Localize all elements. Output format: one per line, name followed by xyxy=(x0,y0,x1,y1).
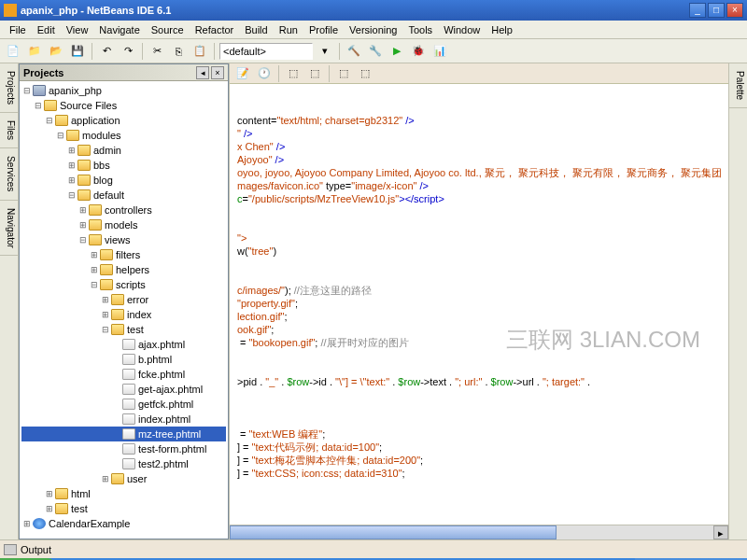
debug-button[interactable]: 🐞 xyxy=(409,42,428,61)
left-sidebar-tabs: ProjectsFilesServicesNavigator xyxy=(0,63,19,539)
menu-window[interactable]: Window xyxy=(438,22,486,37)
toolbar: 📄 📁 📂 💾 ↶ ↷ ✂ ⎘ 📋 <default> ▾ 🔨 🔧 ▶ 🐞 📊 xyxy=(0,39,747,63)
history-button[interactable]: 🕐 xyxy=(255,64,274,83)
window-title: apanix_php - NetBeans IDE 6.1 xyxy=(21,5,687,16)
side-tab-palette[interactable]: Palette xyxy=(729,63,747,108)
tree-node[interactable]: ⊞blog xyxy=(21,173,226,188)
tree-node[interactable]: ⊞models xyxy=(21,217,226,232)
menu-versioning[interactable]: Versioning xyxy=(344,22,402,37)
project-tree[interactable]: ⊟apanix_php⊟Source Files⊟application⊟mod… xyxy=(20,81,228,539)
menu-help[interactable]: Help xyxy=(486,22,518,37)
tree-node[interactable]: ⊟modules xyxy=(21,128,226,143)
tree-node[interactable]: ⊞admin xyxy=(21,143,226,158)
tree-node[interactable]: ⊞index xyxy=(21,307,226,322)
tree-node[interactable]: ⊟scripts xyxy=(21,277,226,292)
editor-toolbar: 📝 🕐 ⬚ ⬚ ⬚ ⬚ xyxy=(230,63,728,84)
output-label: Output xyxy=(21,544,51,555)
main-area: ProjectsFilesServicesNavigator Projects … xyxy=(0,63,747,539)
save-all-button[interactable]: 💾 xyxy=(68,42,87,61)
open-button[interactable]: 📂 xyxy=(47,42,65,61)
menu-file[interactable]: File xyxy=(4,22,32,37)
tree-node[interactable]: mz-tree.phtml xyxy=(21,427,226,441)
editor-tool-2[interactable]: ⬚ xyxy=(305,64,324,83)
run-button[interactable]: ▶ xyxy=(388,42,406,61)
config-combo[interactable]: <default> xyxy=(219,43,313,60)
menu-source[interactable]: Source xyxy=(146,22,190,37)
panel-close-button[interactable]: × xyxy=(211,66,224,79)
menu-profile[interactable]: Profile xyxy=(303,22,344,37)
editor-area: 📝 🕐 ⬚ ⬚ ⬚ ⬚ content="text/html; charset=… xyxy=(229,63,728,539)
tree-node[interactable]: index.phtml xyxy=(21,412,226,427)
new-project-button[interactable]: 📁 xyxy=(25,42,44,61)
tree-node[interactable]: ⊞filters xyxy=(21,247,226,262)
editor-tool-4[interactable]: ⬚ xyxy=(356,64,374,83)
editor-tool-1[interactable]: ⬚ xyxy=(284,64,303,83)
tree-node[interactable]: test-form.phtml xyxy=(21,441,226,456)
tree-node[interactable]: ⊟test xyxy=(21,322,226,337)
maximize-button[interactable]: □ xyxy=(708,3,725,18)
horizontal-scrollbar[interactable]: ▸ xyxy=(230,525,728,539)
editor-tool-3[interactable]: ⬚ xyxy=(334,64,353,83)
menu-build[interactable]: Build xyxy=(239,22,273,37)
output-bar[interactable]: Output xyxy=(0,539,747,558)
tree-node[interactable]: ⊞helpers xyxy=(21,262,226,277)
build-button[interactable]: 🔨 xyxy=(345,42,363,61)
menu-bar: FileEditViewNavigateSourceRefactorBuildR… xyxy=(0,21,747,39)
tree-node[interactable]: ajax.phtml xyxy=(21,337,226,352)
close-button[interactable]: × xyxy=(726,3,743,18)
tree-node[interactable]: ⊟apanix_php xyxy=(21,83,226,98)
tree-node[interactable]: getfck.phtml xyxy=(21,397,226,412)
side-tab-navigator[interactable]: Navigator xyxy=(0,201,18,257)
tree-node[interactable]: test2.phtml xyxy=(21,456,226,471)
tree-node[interactable]: ⊞controllers xyxy=(21,203,226,217)
source-button[interactable]: 📝 xyxy=(233,64,252,83)
tree-node[interactable]: b.phtml xyxy=(21,352,226,367)
tree-node[interactable]: get-ajax.phtml xyxy=(21,382,226,397)
menu-run[interactable]: Run xyxy=(274,22,303,37)
scrollbar-right-arrow[interactable]: ▸ xyxy=(713,525,728,539)
cut-button[interactable]: ✂ xyxy=(148,42,166,61)
app-icon xyxy=(4,4,17,17)
window-titlebar: apanix_php - NetBeans IDE 6.1 _ □ × xyxy=(0,0,747,21)
tree-node[interactable]: ⊞user xyxy=(21,471,226,486)
projects-panel-header: Projects ◂ × xyxy=(20,64,228,81)
paste-button[interactable]: 📋 xyxy=(190,42,209,61)
side-tab-files[interactable]: Files xyxy=(0,113,18,148)
output-icon xyxy=(4,544,17,555)
tree-node[interactable]: ⊟Source Files xyxy=(21,98,226,113)
side-tab-projects[interactable]: Projects xyxy=(0,63,18,113)
tree-node[interactable]: fcke.phtml xyxy=(21,367,226,382)
menu-view[interactable]: View xyxy=(61,22,94,37)
menu-tools[interactable]: Tools xyxy=(402,22,438,37)
projects-panel-title: Projects xyxy=(23,67,196,78)
minimize-button[interactable]: _ xyxy=(689,3,706,18)
tree-node[interactable]: ⊞bbs xyxy=(21,158,226,173)
code-editor[interactable]: content="text/html; charset=gb2312" />" … xyxy=(230,84,728,525)
projects-panel: Projects ◂ × ⊟apanix_php⊟Source Files⊟ap… xyxy=(19,63,229,539)
tree-node[interactable]: ⊟views xyxy=(21,232,226,247)
tree-node[interactable]: ⊞error xyxy=(21,292,226,307)
new-file-button[interactable]: 📄 xyxy=(4,42,22,61)
tree-node[interactable]: ⊟application xyxy=(21,113,226,128)
redo-button[interactable]: ↷ xyxy=(119,42,137,61)
clean-build-button[interactable]: 🔧 xyxy=(366,42,385,61)
copy-button[interactable]: ⎘ xyxy=(169,42,188,61)
tree-node[interactable]: ⊟default xyxy=(21,188,226,203)
side-tab-services[interactable]: Services xyxy=(0,148,18,200)
profile-button[interactable]: 📊 xyxy=(430,42,449,61)
scrollbar-thumb[interactable] xyxy=(230,525,557,539)
menu-edit[interactable]: Edit xyxy=(32,22,61,37)
undo-button[interactable]: ↶ xyxy=(97,42,116,61)
menu-refactor[interactable]: Refactor xyxy=(190,22,240,37)
config-dropdown-button[interactable]: ▾ xyxy=(316,42,334,61)
tree-node[interactable]: ⊞CalendarExample xyxy=(21,516,226,531)
right-sidebar-tabs: Palette xyxy=(728,63,747,539)
panel-minimize-button[interactable]: ◂ xyxy=(196,66,209,79)
menu-navigate[interactable]: Navigate xyxy=(93,22,145,37)
tree-node[interactable]: ⊞test xyxy=(21,501,226,516)
tree-node[interactable]: ⊞html xyxy=(21,486,226,501)
